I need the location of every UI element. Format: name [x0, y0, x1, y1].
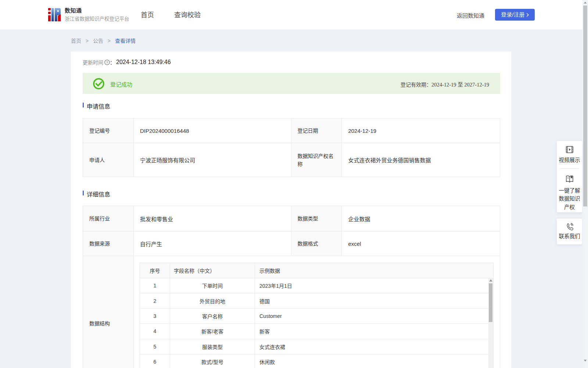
svg-text:?: ?	[106, 60, 108, 64]
